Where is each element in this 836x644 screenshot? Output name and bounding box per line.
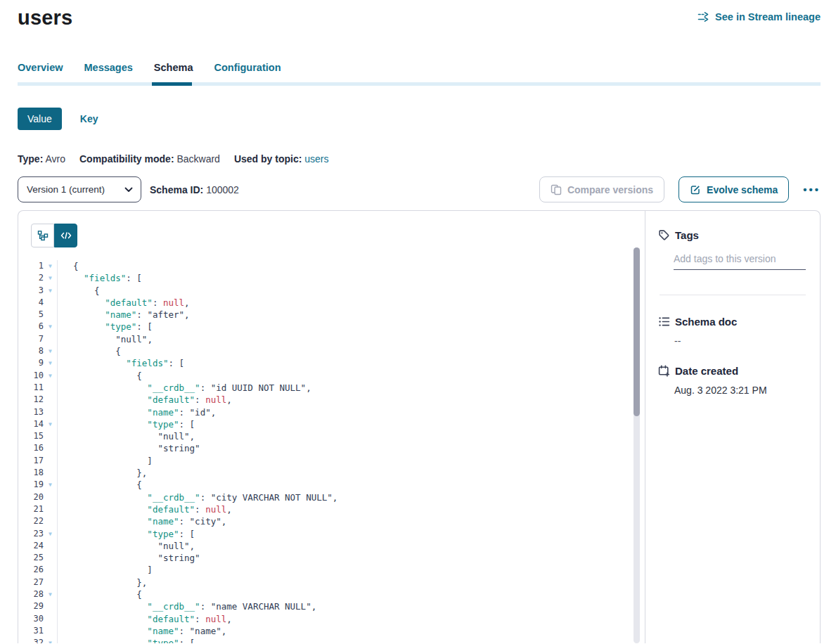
code-line: 28▼ { [18, 588, 645, 600]
code-line: 4 "default": null, [18, 297, 645, 309]
editor-scrollbar-thumb[interactable] [634, 247, 640, 416]
line-number: 26 [18, 564, 44, 576]
code-text: "null", [58, 333, 153, 345]
tab-underline-track [18, 82, 821, 86]
date-created-section: Date created Aug. 3 2022 3:21 PM [658, 365, 807, 396]
fold-toggle-icon[interactable]: ▼ [44, 418, 58, 430]
fold-toggle-icon[interactable]: ▼ [44, 321, 58, 333]
line-number: 21 [18, 503, 44, 515]
code-line: 21 "default": null, [18, 503, 645, 515]
schema-panel: 1▼{2▼ "fields": [3▼ {4 "default": null,5… [18, 210, 821, 643]
code-line: 8▼ { [18, 345, 645, 357]
add-tags-input[interactable] [674, 253, 806, 270]
schema-sidebar: Tags [645, 211, 820, 643]
fold-toggle-icon[interactable]: ▼ [44, 479, 58, 491]
code-line: 15 "null", [18, 430, 645, 442]
evolve-schema-icon [690, 184, 701, 195]
fold-toggle-icon[interactable]: ▼ [44, 272, 58, 284]
code-line: 27 }, [18, 577, 645, 588]
key-toggle-link[interactable]: Key [80, 113, 98, 124]
date-created-value: Aug. 3 2022 3:21 PM [674, 385, 807, 396]
code-text: { [58, 260, 79, 272]
version-select[interactable]: Version 1 (current) [18, 176, 141, 202]
code-text: "fields": [ [58, 272, 142, 284]
code-line: 23▼ "type": [ [18, 528, 645, 540]
more-options-button[interactable]: ••• [803, 176, 821, 202]
fold-toggle-icon [44, 394, 58, 406]
code-line: 11 "__crdb__": "id UUID NOT NULL", [18, 382, 645, 394]
code-view-button[interactable] [54, 224, 77, 247]
code-line: 13 "name": "id", [18, 406, 645, 418]
line-number: 8 [18, 345, 44, 357]
tab-messages[interactable]: Messages [84, 62, 133, 73]
code-line: 26 ] [18, 564, 645, 576]
line-number: 31 [18, 625, 44, 637]
line-number: 5 [18, 309, 44, 321]
schema-doc-header: Schema doc [658, 316, 807, 328]
tag-icon [658, 229, 670, 241]
version-actions: Compare versions Evolve schema ••• [539, 176, 821, 202]
tab-schema[interactable]: Schema [154, 62, 193, 73]
line-number: 20 [18, 491, 44, 503]
code-text: { [58, 370, 142, 382]
tab-overview[interactable]: Overview [18, 62, 63, 73]
code-text: "default": null, [58, 613, 232, 625]
line-number: 25 [18, 552, 44, 564]
line-number: 27 [18, 577, 44, 588]
code-text: "string" [58, 442, 200, 454]
code-line: 19▼ { [18, 479, 645, 491]
tree-view-icon [37, 230, 49, 241]
editor-scrollbar-track[interactable] [634, 247, 640, 643]
code-text: { [58, 479, 142, 491]
tab-bar: Overview Messages Schema Configuration [18, 62, 821, 73]
type-label: Type: [18, 153, 43, 165]
code-text: "name": "after", [58, 309, 190, 321]
fold-toggle-icon [44, 552, 58, 564]
fold-toggle-icon[interactable]: ▼ [44, 357, 58, 369]
tab-configuration[interactable]: Configuration [214, 62, 281, 73]
code-line: 22 "name": "city", [18, 515, 645, 527]
code-text: "name": "city", [58, 515, 226, 527]
fold-toggle-icon [44, 455, 58, 467]
line-number: 6 [18, 321, 44, 333]
code-text: "name": "id", [58, 406, 216, 418]
line-number: 10 [18, 370, 44, 382]
code-text: "string" [58, 552, 200, 564]
schema-id-value: 100002 [206, 184, 239, 195]
evolve-schema-label: Evolve schema [707, 184, 778, 195]
tree-view-button[interactable] [31, 224, 54, 247]
fold-toggle-icon[interactable]: ▼ [44, 637, 58, 643]
code-text: "type": [ [58, 321, 153, 333]
compare-versions-button[interactable]: Compare versions [539, 176, 664, 202]
code-line: 24 "null", [18, 540, 645, 552]
value-toggle-button[interactable]: Value [18, 108, 62, 130]
schema-id: Schema ID: 100002 [150, 184, 239, 195]
code-text: "type": [ [58, 418, 195, 430]
fold-toggle-icon[interactable]: ▼ [44, 528, 58, 540]
evolve-schema-button[interactable]: Evolve schema [679, 176, 789, 202]
fold-toggle-icon[interactable]: ▼ [44, 260, 58, 272]
line-number: 4 [18, 297, 44, 309]
code-line: 10▼ { [18, 370, 645, 382]
fold-toggle-icon [44, 600, 58, 612]
line-number: 13 [18, 406, 44, 418]
fold-toggle-icon[interactable]: ▼ [44, 588, 58, 600]
see-in-stream-lineage-link[interactable]: See in Stream lineage [697, 11, 821, 22]
code-line: 17 ] [18, 455, 645, 467]
code-text: "default": null, [58, 297, 190, 309]
code-line: 32▼ "type": [ [18, 637, 645, 643]
schema-code-editor: 1▼{2▼ "fields": [3▼ {4 "default": null,5… [18, 247, 645, 643]
fold-toggle-icon [44, 467, 58, 479]
version-select-wrap: Version 1 (current) [18, 176, 141, 202]
fold-toggle-icon[interactable]: ▼ [44, 370, 58, 382]
page-title: users [18, 6, 72, 30]
topic-link[interactable]: users [304, 153, 328, 165]
used-by-topic: Used by topic: users [234, 153, 329, 165]
code-text: { [58, 345, 121, 357]
fold-toggle-icon[interactable]: ▼ [44, 285, 58, 297]
fold-toggle-icon[interactable]: ▼ [44, 345, 58, 357]
code-text: "__crdb__": "city VARCHAR NOT NULL", [58, 491, 337, 503]
code-text: "default": null, [58, 503, 232, 515]
line-number: 29 [18, 600, 44, 612]
compatibility-label: Compatibility mode: [79, 153, 174, 165]
